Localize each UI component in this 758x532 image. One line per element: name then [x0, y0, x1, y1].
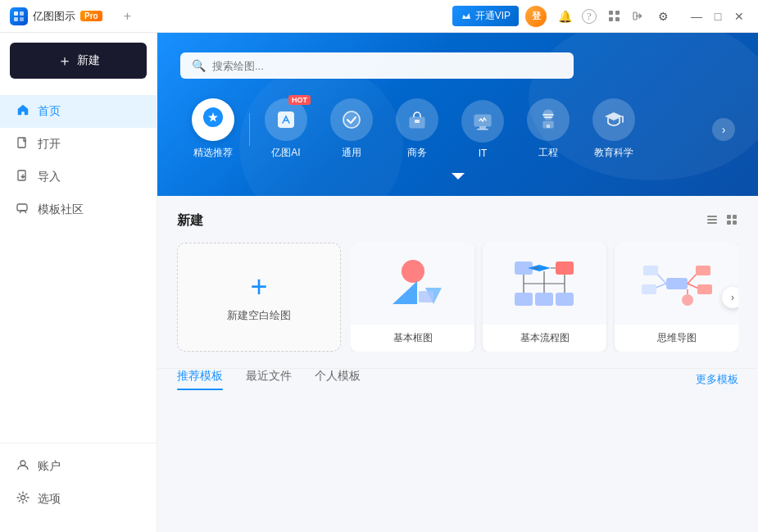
close-button[interactable]: ✕ — [730, 7, 748, 25]
card-name-mindmap: 思维导图 — [615, 325, 738, 352]
maximize-button[interactable]: □ — [709, 7, 727, 25]
category-general[interactable]: 通用 — [319, 95, 384, 163]
new-section: 新建 — [157, 196, 758, 368]
new-button[interactable]: ＋ 新建 — [10, 43, 147, 79]
minimize-button[interactable]: — — [688, 7, 706, 25]
svg-rect-39 — [556, 261, 574, 275]
svg-rect-6 — [609, 17, 613, 21]
category-yitu-ai[interactable]: HOT 亿图AI — [253, 95, 319, 163]
sidebar-item-home[interactable]: 首页 — [0, 95, 157, 128]
category-icon-wrap-business — [396, 98, 438, 141]
svg-rect-30 — [733, 215, 737, 219]
view-toggle-button[interactable] — [725, 213, 738, 230]
svg-rect-15 — [278, 111, 294, 128]
engineering-icon — [537, 108, 560, 131]
section-title: 新建 — [177, 212, 203, 230]
search-input[interactable] — [212, 60, 562, 72]
svg-rect-49 — [666, 278, 688, 289]
svg-point-12 — [20, 461, 25, 466]
tab-personal[interactable]: 个人模板 — [315, 369, 361, 390]
category-it[interactable]: IT — [450, 97, 515, 162]
sidebar-item-open[interactable]: 打开 — [0, 128, 157, 161]
template-card-flowchart[interactable]: 基本流程图 — [483, 243, 606, 352]
category-featured[interactable]: 精选推荐 — [180, 95, 246, 163]
tabs-section: 推荐模板 最近文件 个人模板 更多模板 — [157, 368, 758, 403]
tab-recommended[interactable]: 推荐模板 — [177, 369, 223, 390]
ai-icon — [275, 108, 297, 131]
hot-badge: HOT — [288, 95, 311, 105]
grid-icon[interactable] — [602, 5, 625, 28]
empty-card-label: 新建空白绘图 — [227, 308, 291, 323]
category-arrow-button[interactable]: › — [712, 118, 735, 141]
category-divider — [249, 113, 250, 146]
template-cards: 基本框图 — [351, 243, 738, 352]
category-education[interactable]: 教育科学 — [581, 95, 647, 163]
svg-rect-10 — [18, 171, 25, 180]
svg-rect-2 — [14, 17, 18, 21]
settings-icon[interactable]: ⚙ — [651, 5, 674, 28]
business-icon — [406, 108, 429, 131]
svg-rect-26 — [707, 216, 717, 217]
svg-rect-25 — [547, 125, 550, 128]
window-controls: — □ ✕ — [688, 7, 748, 25]
svg-point-33 — [402, 260, 424, 283]
svg-rect-53 — [642, 284, 656, 294]
svg-rect-4 — [609, 11, 613, 15]
sidebar-item-import-label: 导入 — [38, 170, 61, 184]
tab-recent[interactable]: 最近文件 — [246, 369, 292, 390]
svg-marker-34 — [393, 281, 417, 304]
svg-point-17 — [343, 111, 360, 128]
plus-icon: + — [124, 9, 131, 24]
help-icon[interactable]: ? — [578, 5, 601, 28]
sidebar-item-account-label: 账户 — [38, 459, 61, 474]
svg-rect-55 — [696, 266, 710, 275]
user-avatar[interactable]: 登 — [525, 6, 547, 27]
sidebar-item-options-label: 选项 — [38, 492, 61, 507]
list-view-button[interactable] — [706, 213, 719, 230]
template-card-mindmap[interactable]: 思维导图 — [615, 243, 738, 352]
app-name: 亿图图示 — [33, 9, 75, 24]
general-icon — [340, 108, 363, 131]
svg-rect-32 — [733, 221, 737, 225]
grid-icon-svg — [608, 10, 620, 22]
main-layout: ＋ 新建 首页 打开 — [0, 33, 758, 532]
svg-rect-40 — [515, 293, 533, 306]
new-tab-button[interactable]: + — [116, 6, 139, 27]
sidebar-item-account[interactable]: 账户 — [0, 450, 157, 483]
pro-badge: Pro — [80, 11, 102, 21]
banner-indicator — [180, 173, 735, 180]
toolbar-icons: 🔔 ? ⚙ — [553, 5, 674, 28]
search-bar: 🔍 — [180, 52, 574, 79]
svg-rect-51 — [643, 266, 658, 275]
svg-rect-22 — [477, 129, 488, 130]
template-card-basic-frame[interactable]: 基本框图 — [351, 243, 474, 352]
category-icon-wrap-engineering — [527, 98, 570, 141]
import-icon — [16, 169, 30, 185]
category-engineering[interactable]: 工程 — [515, 95, 581, 163]
svg-point-58 — [682, 294, 693, 306]
category-business[interactable]: 商务 — [384, 95, 450, 163]
svg-rect-41 — [535, 293, 553, 306]
more-templates-link[interactable]: 更多模板 — [696, 372, 738, 387]
titlebar-tabs: + — [116, 6, 139, 27]
sidebar-bottom: 账户 选项 — [0, 443, 157, 522]
sidebar-item-import[interactable]: 导入 — [0, 161, 157, 193]
new-cards: + 新建空白绘图 — [177, 243, 738, 352]
template-cards-next-arrow[interactable]: › — [722, 287, 738, 308]
new-button-label: 新建 — [77, 53, 100, 68]
vip-button[interactable]: 开通VIP — [452, 6, 519, 26]
new-empty-canvas-card[interactable]: + 新建空白绘图 — [177, 243, 341, 352]
category-education-label: 教育科学 — [594, 146, 633, 160]
card-preview-flowchart — [483, 243, 606, 325]
svg-rect-27 — [707, 219, 717, 221]
sidebar-item-open-label: 打开 — [38, 137, 61, 152]
share-icon[interactable] — [627, 5, 650, 28]
sidebar-item-options[interactable]: 选项 — [0, 483, 157, 516]
sidebar-item-community[interactable]: 模板社区 — [0, 193, 157, 226]
titlebar-right: 开通VIP 登 🔔 ? — [452, 5, 748, 28]
bell-icon[interactable]: 🔔 — [553, 5, 576, 28]
category-icon-wrap-featured — [192, 98, 234, 141]
sidebar-item-community-label: 模板社区 — [38, 202, 84, 217]
svg-rect-1 — [20, 11, 24, 16]
svg-rect-3 — [20, 17, 24, 21]
